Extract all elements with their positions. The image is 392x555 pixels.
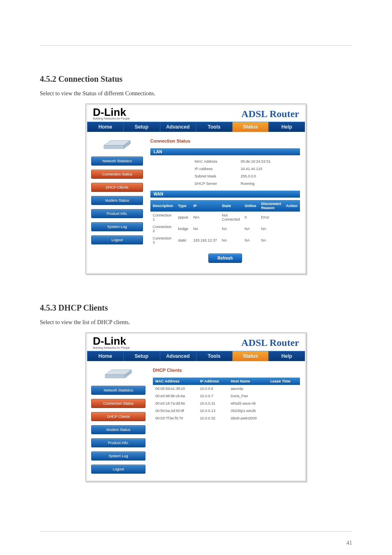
lan-row: MAC Address00:de:18:24:32:01	[150, 158, 300, 165]
router-header: D-Link Building Networks for People ADSL…	[87, 105, 305, 122]
wan-h-reason: Disconnect Reason	[258, 200, 284, 212]
dhcp-row: 00:e0:98:8b:cb:6a10.0.0.7Doris_Pan	[153, 392, 300, 400]
tab-home[interactable]: Home	[87, 351, 123, 361]
refresh-button[interactable]: Refresh	[208, 253, 242, 263]
wan-row: Connection 3 static 183.192.12.37 NA NA …	[150, 235, 300, 246]
router-banner: ADSL Router	[241, 337, 299, 348]
dhcp-row: 00:e0:18:7a:dd:8e10.0.0.31whsd2-asus-nb	[153, 400, 300, 407]
sidebar-item-network-statistics[interactable]: Network Statistics	[91, 157, 143, 166]
tab-tools[interactable]: Tools	[196, 351, 232, 361]
section2-title: 4.5.3 DHCP Clients	[40, 303, 352, 313]
content-title: Connection Status	[150, 138, 300, 143]
wan-h-state: State	[219, 200, 242, 212]
sidebar-item-system-log[interactable]: System Log	[91, 222, 143, 231]
dhcp-table: MAC Address IP Address Host Name Lease T…	[153, 378, 300, 422]
dhcp-h-lease: Lease Time	[268, 378, 300, 385]
modem-icon	[91, 135, 143, 152]
sidebar-item-connection-status[interactable]: Connection Status	[91, 399, 145, 408]
tab-setup[interactable]: Setup	[123, 351, 159, 361]
wan-row: Connection 2 bridge NA NA NA NA	[150, 223, 300, 235]
sidebar-item-logout[interactable]: Logout	[91, 465, 145, 474]
tabbar: Home Setup Advanced Tools Status Help	[87, 351, 305, 361]
dlink-logo: D-Link Building Networks for People	[93, 108, 130, 120]
sidebar: Network Statistics Connection Status DHC…	[87, 132, 147, 273]
wan-h-type: Type	[175, 200, 191, 212]
dhcp-row: 00:05:5d:e1:38:c010.0.0.6aarontp	[153, 385, 300, 392]
dhcp-h-ip: IP Address	[198, 378, 228, 385]
section2-desc: Select to view the list of DHCP clients.	[40, 319, 352, 326]
content-title: DHCP Clients	[153, 368, 300, 373]
dhcp-h-mac: MAC Address	[153, 378, 198, 385]
wan-h-action: Action	[284, 200, 300, 212]
tab-advanced[interactable]: Advanced	[160, 351, 196, 361]
lan-panel-header: LAN	[150, 148, 300, 155]
tabbar: Home Setup Advanced Tools Status Help	[87, 122, 305, 132]
content-area: DHCP Clients MAC Address IP Address Host…	[150, 361, 305, 480]
router-banner: ADSL Router	[241, 108, 299, 120]
sidebar-item-network-statistics[interactable]: Network Statistics	[91, 386, 145, 395]
sidebar-item-connection-status[interactable]: Connection Status	[91, 170, 143, 179]
tab-status[interactable]: Status	[232, 122, 268, 132]
dhcp-row: 00:50:ba:2d:50:8f10.0.0.1305230p1-win2k	[153, 407, 300, 415]
lan-row: Subnet Mask255.0.0.0	[150, 173, 300, 180]
sidebar: Network Statistics Connection Status DHC…	[87, 361, 150, 480]
sidebar-item-modem-status[interactable]: Modem Status	[91, 425, 145, 434]
sidebar-item-product-info[interactable]: Product Info.	[91, 209, 143, 218]
tab-help[interactable]: Help	[269, 351, 305, 361]
section1-desc: Select to view the Status of different C…	[40, 90, 352, 97]
lan-row: IP Address10.41.44.115	[150, 165, 300, 173]
sidebar-item-dhcp-clients[interactable]: DHCP Clients	[91, 183, 143, 192]
lan-table: MAC Address00:de:18:24:32:01 IP Address1…	[150, 158, 300, 187]
bottom-rule	[40, 531, 352, 532]
wan-h-online: Online	[242, 200, 258, 212]
logo-text: D-Link	[93, 108, 130, 117]
tab-help[interactable]: Help	[269, 122, 305, 132]
sidebar-item-dhcp-clients[interactable]: DHCP Clients	[91, 412, 145, 421]
tab-setup[interactable]: Setup	[123, 122, 159, 132]
dhcp-row: 00:03:7f:be:f9:7010.0.0.32idesh-pwin2000	[153, 415, 300, 422]
wan-table: Description Type IP State Online Disconn…	[150, 200, 300, 246]
tab-home[interactable]: Home	[87, 122, 123, 132]
content-area: Connection Status LAN MAC Address00:de:1…	[147, 132, 305, 273]
modem-icon	[91, 364, 145, 382]
logo-sub: Building Networks for People	[93, 346, 130, 349]
tab-advanced[interactable]: Advanced	[160, 122, 196, 132]
wan-h-ip: IP	[191, 200, 219, 212]
wan-panel-header: WAN	[150, 191, 300, 198]
logo-text: D-Link	[93, 336, 130, 346]
svg-rect-1	[104, 145, 124, 149]
wan-header-row: Description Type IP State Online Disconn…	[150, 200, 300, 212]
screenshot-connection-status: D-Link Building Networks for People ADSL…	[85, 104, 307, 274]
dhcp-header-row: MAC Address IP Address Host Name Lease T…	[153, 378, 300, 385]
top-rule	[40, 45, 352, 46]
tab-status[interactable]: Status	[232, 351, 268, 361]
sidebar-item-product-info[interactable]: Product Info.	[91, 438, 145, 447]
wan-row: Connection 1 pppoe N/A Not Connected 0 E…	[150, 212, 300, 223]
sidebar-item-logout[interactable]: Logout	[91, 235, 143, 244]
router-header: D-Link Building Networks for People ADSL…	[87, 334, 305, 350]
dlink-logo: D-Link Building Networks for People	[93, 336, 130, 349]
svg-rect-4	[105, 375, 125, 378]
logo-sub: Building Networks for People	[93, 117, 130, 120]
wan-h-desc: Description	[150, 200, 176, 212]
page-number: 41	[40, 540, 352, 546]
sidebar-item-modem-status[interactable]: Modem Status	[91, 196, 143, 205]
sidebar-item-system-log[interactable]: System Log	[91, 451, 145, 461]
screenshot-dhcp-clients: D-Link Building Networks for People ADSL…	[85, 332, 307, 481]
dhcp-h-host: Host Name	[228, 378, 268, 385]
tab-tools[interactable]: Tools	[196, 122, 232, 132]
section1-title: 4.5.2 Connection Status	[40, 74, 352, 84]
lan-row: DHCP ServerRunning	[150, 180, 300, 187]
